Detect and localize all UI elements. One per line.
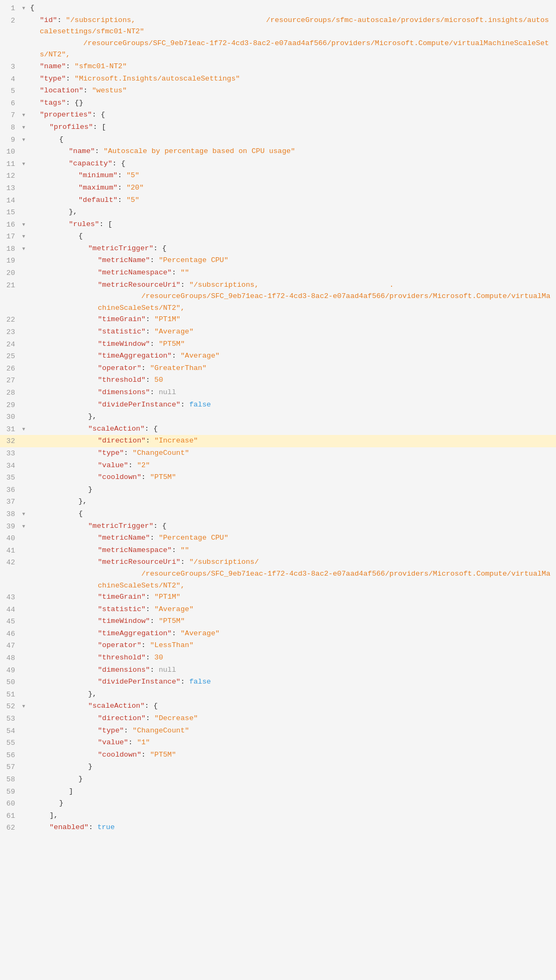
- code-line: 53 "direction": "Decrease": [0, 713, 556, 725]
- line-toggle[interactable]: ▾: [21, 230, 30, 243]
- line-number: 43: [0, 591, 21, 604]
- line-toggle: [21, 460, 30, 460]
- line-content: "capacity": {: [30, 158, 556, 170]
- punctuation-token: :: [146, 593, 154, 601]
- key-token: "metricResourceUri": [98, 281, 180, 289]
- string-token: "5": [126, 196, 139, 204]
- line-toggle[interactable]: ▾: [21, 700, 30, 713]
- line-number: 59: [0, 786, 21, 798]
- string-token: "Microsoft.Insights/autoscaleSettings": [75, 75, 240, 83]
- string-token: "Increase": [154, 437, 198, 445]
- line-number: 23: [0, 326, 21, 338]
- key-token: "cooldown": [98, 473, 141, 481]
- punctuation-token: },: [88, 690, 97, 698]
- line-number: 20: [0, 267, 21, 279]
- line-content: }: [30, 761, 556, 773]
- punctuation-token: {: [59, 135, 63, 143]
- punctuation-token: },: [78, 497, 87, 505]
- line-toggle: [21, 640, 30, 640]
- punctuation-token: : {: [112, 159, 125, 168]
- line-content: "metricNamespace": "": [30, 267, 556, 279]
- line-content: "type": "Microsoft.Insights/autoscaleSet…: [30, 73, 556, 85]
- line-toggle[interactable]: ▾: [21, 423, 30, 435]
- key-token: "operator": [98, 641, 141, 649]
- line-content: "threshold": 30: [30, 652, 556, 664]
- line-toggle: [21, 206, 30, 207]
- key-token: "metricNamespace": [98, 268, 172, 277]
- line-number: 55: [0, 737, 21, 749]
- line-toggle: [21, 725, 30, 725]
- line-content: "metricTrigger": {: [30, 243, 556, 255]
- key-token: "capacity": [69, 159, 112, 168]
- line-toggle: [21, 749, 30, 750]
- key-token: "metricResourceUri": [98, 558, 180, 566]
- code-line: 10 "name": "Autoscale by percentage base…: [0, 146, 556, 158]
- punctuation-token: }: [88, 763, 92, 771]
- code-line: 54 "type": "ChangeCount": [0, 725, 556, 737]
- punctuation-token: :: [146, 654, 154, 662]
- line-number: 44: [0, 604, 21, 616]
- code-line: 51 },: [0, 688, 556, 701]
- code-line: 7▾"properties": {: [0, 109, 556, 121]
- punctuation-token: :: [150, 534, 158, 542]
- code-line: 23 "statistic": "Average": [0, 326, 556, 338]
- line-number: 26: [0, 362, 21, 375]
- line-toggle: [21, 761, 30, 761]
- line-toggle: [21, 532, 30, 533]
- string-token: "PT5M": [158, 340, 185, 348]
- key-token: "properties": [40, 111, 92, 119]
- string-token: "Autoscale by percentage based on CPU us…: [104, 147, 295, 155]
- line-number: 2: [0, 14, 21, 27]
- boolean-token: true: [97, 823, 114, 831]
- punctuation-token: :: [150, 617, 158, 625]
- punctuation-token: {: [78, 510, 83, 518]
- key-token: "id": [40, 16, 57, 24]
- key-token: "metricTrigger": [88, 522, 154, 530]
- line-number: 52: [0, 700, 21, 713]
- punctuation-token: : [: [93, 123, 106, 131]
- key-token: "timeWindow": [98, 340, 150, 348]
- line-toggle[interactable]: ▾: [21, 2, 30, 14]
- punctuation-token: :: [141, 641, 150, 649]
- code-line: 42 "metricResourceUri": "/subscriptions/…: [0, 556, 556, 591]
- code-line: 59 ]: [0, 786, 556, 798]
- line-content: "properties": {: [30, 109, 556, 121]
- line-toggle[interactable]: ▾: [21, 520, 30, 533]
- line-content: "metricName": "Percentage CPU": [30, 255, 556, 266]
- code-line: 60 }: [0, 797, 556, 810]
- line-number: 36: [0, 484, 21, 496]
- line-content: "cooldown": "PT5M": [30, 749, 556, 761]
- line-toggle[interactable]: ▾: [21, 134, 30, 146]
- code-line: 39▾"metricTrigger": {: [0, 520, 556, 533]
- line-toggle[interactable]: ▾: [21, 219, 30, 231]
- line-content: "enabled": true: [30, 822, 556, 833]
- line-toggle[interactable]: ▾: [21, 121, 30, 134]
- punctuation-token: },: [88, 412, 97, 420]
- line-number: 1: [0, 2, 21, 14]
- line-number: 41: [0, 545, 21, 557]
- line-number: 14: [0, 194, 21, 207]
- code-line: 49 "dimensions": null: [0, 664, 556, 677]
- line-content: "dimensions": null: [30, 387, 556, 398]
- line-toggle[interactable]: ▾: [21, 243, 30, 255]
- string-token: "westus": [92, 86, 127, 95]
- null-val-token: null: [158, 666, 176, 674]
- code-line: 55 "value": "1": [0, 737, 556, 749]
- punctuation-token: },: [69, 208, 77, 216]
- line-toggle: [21, 810, 30, 810]
- line-toggle: [21, 447, 30, 448]
- code-line: 52▾"scaleAction": {: [0, 700, 556, 713]
- code-line: 31▾"scaleAction": {: [0, 423, 556, 435]
- key-token: "profiles": [49, 123, 93, 131]
- punctuation-token: : {: [154, 244, 167, 252]
- line-toggle[interactable]: ▾: [21, 508, 30, 520]
- line-toggle[interactable]: ▾: [21, 109, 30, 121]
- line-content: "metricName": "Percentage CPU": [30, 532, 556, 544]
- punctuation-token: :: [124, 449, 133, 457]
- code-line: 58 }: [0, 773, 556, 786]
- line-toggle[interactable]: ▾: [21, 158, 30, 170]
- line-number: 15: [0, 206, 21, 219]
- line-number: 17: [0, 230, 21, 243]
- key-token: "scaleAction": [88, 425, 145, 433]
- code-line: 19 "metricName": "Percentage CPU": [0, 255, 556, 267]
